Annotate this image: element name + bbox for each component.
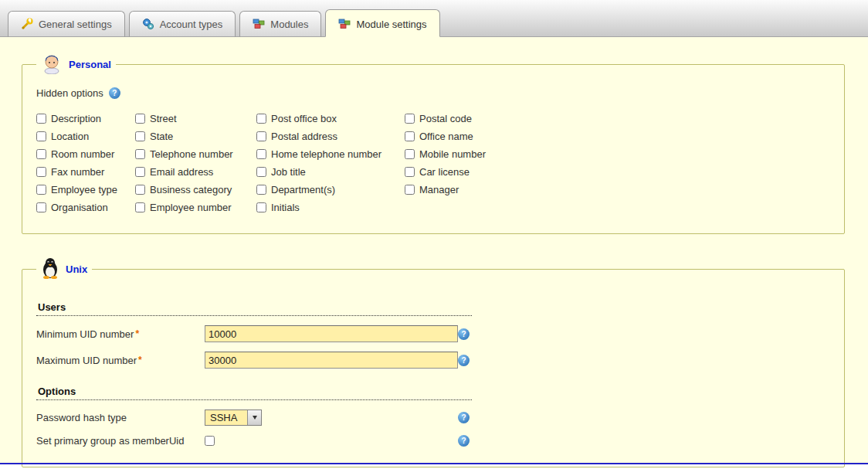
personal-legend-label: Personal — [69, 59, 111, 70]
chevron-down-icon — [253, 416, 257, 420]
checkbox[interactable] — [256, 131, 266, 141]
checkbox[interactable] — [135, 149, 145, 159]
personal-legend: Personal — [36, 53, 116, 76]
lam-settings-page: General settings Account types — [0, 0, 868, 469]
hidden-options-label: Hidden options — [36, 87, 103, 99]
checkbox-telephone-number[interactable]: Telephone number — [135, 148, 256, 160]
help-icon[interactable]: ? — [109, 87, 120, 99]
max-uid-row: Maximum UID number* ? — [36, 352, 832, 369]
checkbox[interactable] — [36, 149, 46, 159]
modules-icon — [338, 18, 351, 30]
checkbox-job-title[interactable]: Job title — [256, 166, 405, 178]
checkbox[interactable] — [135, 131, 145, 141]
checkbox[interactable] — [405, 131, 415, 141]
min-uid-control — [205, 325, 458, 342]
checkbox-initials[interactable]: Initials — [256, 202, 405, 213]
password-hash-select[interactable]: SSHA — [205, 410, 262, 426]
checkbox[interactable] — [36, 202, 46, 212]
tab-account-types[interactable]: Account types — [129, 11, 236, 37]
checkbox-description[interactable]: Description — [36, 113, 135, 124]
tab-label: Modules — [270, 19, 308, 30]
checkbox[interactable] — [135, 202, 145, 212]
member-uid-control — [205, 436, 458, 446]
password-hash-control: SSHA — [205, 410, 458, 426]
checkbox[interactable] — [405, 114, 415, 124]
modules-icon — [253, 18, 265, 30]
checkbox-post-office-box[interactable]: Post office box — [256, 113, 405, 124]
checkbox-state[interactable]: State — [135, 131, 256, 142]
checkbox-employee-type[interactable]: Employee type — [36, 184, 135, 195]
min-uid-row: Minimum UID number* ? — [36, 325, 832, 342]
checkbox-business-category[interactable]: Business category — [135, 184, 256, 195]
checkbox-fax-number[interactable]: Fax number — [36, 166, 135, 178]
tab-general-settings[interactable]: General settings — [8, 11, 125, 37]
help-icon[interactable]: ? — [458, 412, 470, 423]
password-hash-selected-value: SSHA — [205, 410, 247, 425]
tab-strip: General settings Account types — [0, 0, 868, 37]
checkbox[interactable] — [36, 131, 46, 141]
password-hash-row: Password hash type SSHA ? — [36, 410, 832, 426]
checkbox-location[interactable]: Location — [36, 131, 135, 142]
module-settings-content: Personal Hidden options ? Description St… — [0, 37, 868, 463]
checkbox-home-telephone-number[interactable]: Home telephone number — [256, 148, 405, 160]
checkbox[interactable] — [405, 167, 415, 177]
max-uid-control — [205, 352, 458, 369]
member-uid-row: Set primary group as memberUid ? — [36, 435, 832, 447]
checkbox[interactable] — [405, 185, 415, 195]
tab-modules[interactable]: Modules — [239, 11, 321, 37]
min-uid-input[interactable] — [205, 325, 458, 342]
personal-section: Personal Hidden options ? Description St… — [22, 53, 845, 234]
unix-section: Unix Users Minimum UID number* ? Maximum… — [22, 257, 845, 467]
checkbox[interactable] — [36, 114, 46, 124]
checkbox-car-license[interactable]: Car license — [405, 166, 575, 178]
tux-penguin-icon — [41, 257, 59, 281]
max-uid-input[interactable] — [205, 352, 458, 369]
checkbox-room-number[interactable]: Room number — [36, 148, 135, 160]
checkbox-departments[interactable]: Department(s) — [256, 184, 405, 195]
checkbox[interactable] — [256, 149, 266, 159]
checkbox[interactable] — [256, 185, 266, 195]
checkbox[interactable] — [256, 202, 266, 212]
options-section-header: Options — [36, 386, 472, 400]
tab-module-settings[interactable]: Module settings — [325, 9, 439, 37]
help-icon[interactable]: ? — [458, 355, 470, 366]
hidden-options-row: Hidden options ? — [36, 87, 832, 99]
member-uid-checkbox[interactable] — [205, 436, 215, 446]
unix-legend-label: Unix — [66, 263, 87, 275]
person-icon — [41, 53, 63, 76]
min-uid-label: Minimum UID number* — [36, 328, 205, 340]
checkbox-mobile-number[interactable]: Mobile number — [405, 148, 575, 160]
required-marker: * — [135, 328, 139, 339]
tab-label: Account types — [160, 19, 223, 30]
checkbox[interactable] — [405, 149, 415, 159]
required-marker: * — [138, 355, 142, 365]
checkbox[interactable] — [135, 185, 145, 195]
gears-icon — [142, 18, 154, 30]
help-icon[interactable]: ? — [458, 328, 470, 340]
checkbox-email-address[interactable]: Email address — [135, 166, 256, 178]
checkbox-organisation[interactable]: Organisation — [36, 202, 135, 213]
max-uid-label: Maximum UID number* — [36, 355, 205, 366]
checkbox[interactable] — [36, 167, 46, 177]
checkbox[interactable] — [135, 167, 145, 177]
hidden-options-grid: Description Street Post office box Posta… — [36, 110, 832, 216]
checkbox[interactable] — [135, 114, 145, 124]
unix-legend: Unix — [36, 257, 92, 281]
footer-divider — [0, 463, 868, 464]
checkbox-street[interactable]: Street — [135, 113, 256, 124]
checkbox-employee-number[interactable]: Employee number — [135, 202, 256, 213]
checkbox[interactable] — [256, 167, 266, 177]
checkbox-postal-address[interactable]: Postal address — [256, 131, 405, 142]
tab-list: General settings Account types — [8, 9, 440, 37]
tab-label: Module settings — [356, 19, 426, 30]
checkbox-postal-code[interactable]: Postal code — [405, 113, 575, 124]
checkbox-manager[interactable]: Manager — [405, 184, 575, 195]
checkbox[interactable] — [36, 185, 46, 195]
member-uid-label: Set primary group as memberUid — [36, 435, 205, 447]
select-dropdown-button[interactable] — [247, 410, 261, 425]
users-section-header: Users — [36, 301, 472, 316]
checkbox[interactable] — [256, 114, 266, 124]
tab-label: General settings — [39, 19, 112, 30]
checkbox-office-name[interactable]: Office name — [405, 131, 575, 142]
help-icon[interactable]: ? — [458, 435, 470, 447]
